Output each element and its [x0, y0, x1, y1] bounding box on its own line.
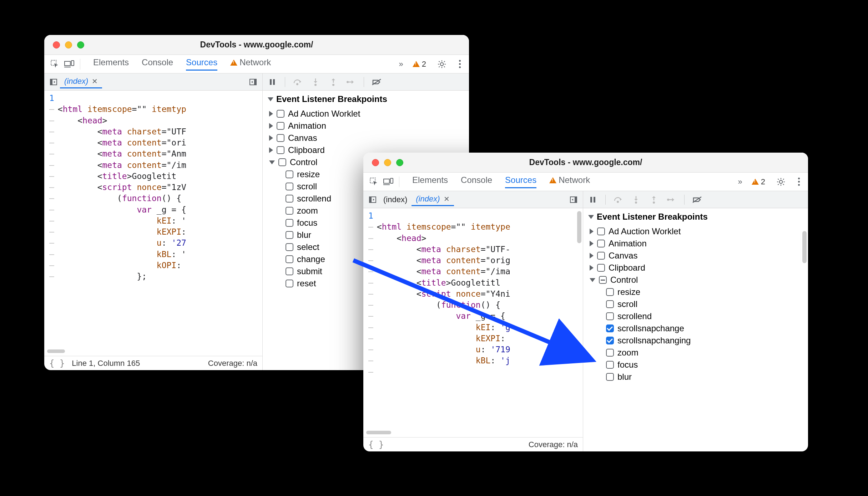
- tab-network[interactable]: Network: [549, 175, 590, 188]
- breakpoints-section-header[interactable]: Event Listener Breakpoints: [583, 208, 808, 225]
- more-tabs-icon[interactable]: »: [399, 60, 403, 69]
- kebab-menu-icon[interactable]: [794, 178, 804, 186]
- checkbox[interactable]: [277, 122, 284, 130]
- checkbox[interactable]: [599, 276, 607, 284]
- bp-event[interactable]: scrollsnapchange: [583, 322, 808, 334]
- pause-icon[interactable]: [587, 194, 598, 205]
- checkbox[interactable]: [277, 134, 284, 142]
- step-out-icon[interactable]: [328, 77, 339, 87]
- horizontal-scrollbar[interactable]: [366, 431, 391, 434]
- checkbox[interactable]: [606, 300, 614, 308]
- checkbox[interactable]: [606, 288, 614, 296]
- bp-event[interactable]: focus: [583, 359, 808, 371]
- checkbox[interactable]: [286, 280, 293, 287]
- close-icon[interactable]: ✕: [444, 195, 450, 203]
- device-toggle-icon[interactable]: [382, 175, 395, 188]
- pretty-print-icon[interactable]: { }: [368, 440, 384, 450]
- horizontal-scrollbar[interactable]: [47, 349, 65, 353]
- bp-event[interactable]: resize: [583, 286, 808, 298]
- settings-icon[interactable]: [774, 175, 787, 188]
- source-code[interactable]: <html itemscope="" itemtype <head> <meta…: [377, 208, 583, 437]
- step-icon[interactable]: [666, 194, 677, 205]
- minimize-button[interactable]: [65, 41, 72, 48]
- checkbox[interactable]: [286, 219, 293, 227]
- pause-icon[interactable]: [267, 77, 278, 87]
- tab-elements[interactable]: Elements: [412, 175, 448, 188]
- checkbox[interactable]: [606, 361, 614, 369]
- checkbox[interactable]: [277, 146, 284, 154]
- more-tabs-icon[interactable]: »: [738, 177, 742, 186]
- file-tab-index-2[interactable]: (index) ✕: [412, 193, 454, 206]
- bp-category[interactable]: Clipboard: [583, 262, 808, 274]
- pretty-print-icon[interactable]: { }: [49, 358, 65, 368]
- kebab-menu-icon[interactable]: [455, 60, 465, 68]
- source-code[interactable]: <html itemscope="" itemtyp <head> <meta …: [58, 91, 262, 356]
- vertical-scrollbar[interactable]: [802, 231, 807, 263]
- zoom-button[interactable]: [77, 41, 84, 48]
- checkbox[interactable]: [606, 337, 614, 344]
- checkbox[interactable]: [286, 207, 293, 215]
- bp-category[interactable]: Control: [583, 274, 808, 286]
- close-icon[interactable]: ✕: [92, 77, 98, 86]
- bp-event[interactable]: scroll: [583, 298, 808, 310]
- checkbox[interactable]: [277, 110, 284, 118]
- checkbox[interactable]: [597, 240, 605, 247]
- step-over-icon[interactable]: [292, 77, 303, 87]
- zoom-button[interactable]: [396, 159, 403, 166]
- device-toggle-icon[interactable]: [63, 58, 76, 71]
- breakpoints-list[interactable]: Ad Auction WorkletAnimationCanvasClipboa…: [583, 225, 808, 451]
- checkbox[interactable]: [606, 349, 614, 357]
- settings-icon[interactable]: [435, 58, 448, 71]
- checkbox[interactable]: [286, 195, 293, 203]
- checkbox[interactable]: [286, 267, 293, 275]
- issues-count[interactable]: 2: [752, 177, 765, 186]
- file-tab-index[interactable]: (index) ✕: [60, 75, 102, 88]
- bp-category[interactable]: Canvas: [583, 250, 808, 262]
- checkbox[interactable]: [597, 264, 605, 272]
- checkbox[interactable]: [286, 170, 293, 178]
- hide-navigator-icon[interactable]: [247, 76, 259, 88]
- bp-category[interactable]: Ad Auction Worklet: [263, 108, 469, 120]
- checkbox[interactable]: [286, 231, 293, 239]
- checkbox[interactable]: [606, 324, 614, 332]
- issues-count[interactable]: 2: [413, 60, 426, 69]
- close-button[interactable]: [53, 41, 60, 48]
- checkbox[interactable]: [286, 255, 293, 263]
- checkbox[interactable]: [606, 373, 614, 381]
- checkbox[interactable]: [606, 312, 614, 320]
- bp-event[interactable]: scrollsnapchanging: [583, 334, 808, 347]
- bp-event[interactable]: scrollend: [583, 310, 808, 322]
- deactivate-breakpoints-icon[interactable]: [371, 77, 382, 87]
- step-into-icon[interactable]: [310, 77, 321, 87]
- hide-navigator-icon[interactable]: [567, 193, 580, 206]
- inspect-icon[interactable]: [368, 175, 380, 188]
- bp-category[interactable]: Animation: [263, 120, 469, 132]
- inspect-icon[interactable]: [49, 58, 61, 71]
- step-out-icon[interactable]: [649, 194, 659, 205]
- checkbox[interactable]: [286, 243, 293, 251]
- step-icon[interactable]: [346, 77, 357, 87]
- bp-category[interactable]: Animation: [583, 237, 808, 250]
- step-over-icon[interactable]: [613, 194, 624, 205]
- checkbox[interactable]: [286, 183, 293, 190]
- file-tab-index-1[interactable]: (index): [379, 194, 412, 206]
- show-navigator-icon[interactable]: [47, 76, 60, 88]
- vertical-scrollbar[interactable]: [577, 211, 581, 243]
- deactivate-breakpoints-icon[interactable]: [692, 194, 702, 205]
- bp-event[interactable]: blur: [583, 371, 808, 383]
- breakpoints-section-header[interactable]: Event Listener Breakpoints: [263, 91, 469, 108]
- bp-category[interactable]: Canvas: [263, 132, 469, 144]
- tab-elements[interactable]: Elements: [93, 57, 129, 71]
- close-button[interactable]: [372, 159, 379, 166]
- tab-sources[interactable]: Sources: [186, 57, 217, 71]
- tab-console[interactable]: Console: [461, 175, 492, 188]
- checkbox[interactable]: [278, 158, 286, 166]
- bp-event[interactable]: zoom: [583, 347, 808, 359]
- tab-sources[interactable]: Sources: [505, 175, 536, 188]
- tab-console[interactable]: Console: [142, 57, 173, 71]
- step-into-icon[interactable]: [631, 194, 641, 205]
- minimize-button[interactable]: [384, 159, 391, 166]
- bp-category[interactable]: Ad Auction Worklet: [583, 225, 808, 237]
- show-navigator-icon[interactable]: [366, 193, 379, 206]
- checkbox[interactable]: [597, 227, 605, 235]
